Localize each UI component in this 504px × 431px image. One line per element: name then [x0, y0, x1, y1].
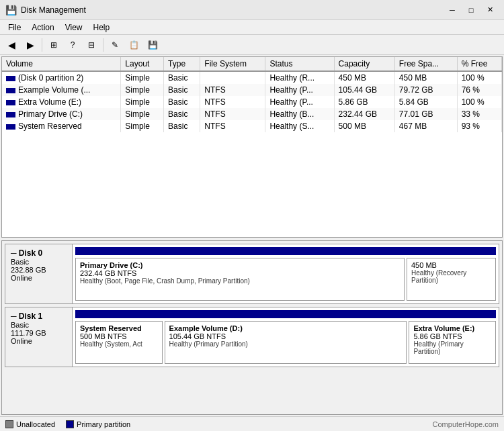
disk-type: Basic [11, 258, 67, 266]
cell-freespace: 79.72 GB [394, 84, 457, 96]
cell-capacity: 450 MB [334, 71, 394, 84]
cell-layout: Simple [121, 84, 164, 96]
cell-type: Basic [164, 108, 200, 120]
partition-status: Healthy (Boot, Page File, Crash Dump, Pr… [80, 277, 400, 285]
back-button[interactable]: ◀ [3, 37, 20, 53]
disk-name: ─ Disk 1 [11, 312, 67, 321]
disk-partition-0-1[interactable]: 450 MB Healthy (Recovery Partition) [407, 258, 496, 301]
partition-name: System Reserved [80, 324, 158, 332]
cell-volume: Primary Drive (C:) [2, 108, 121, 120]
disk-bar-0 [75, 247, 496, 255]
menu-help[interactable]: Help [88, 21, 116, 34]
partition-size: 232.44 GB NTFS [80, 269, 400, 277]
disk-partitions-1: System Reserved 500 MB NTFS Healthy (Sys… [73, 307, 499, 367]
toolbar: ◀ ▶ ⊞ ? ⊟ ✎ 📋 💾 [0, 35, 504, 55]
table-row[interactable]: Example Volume (... Simple Basic NTFS He… [2, 84, 502, 96]
col-filesystem: File System [200, 57, 265, 71]
table-row[interactable]: Primary Drive (C:) Simple Basic NTFS Hea… [2, 108, 502, 120]
col-layout: Layout [121, 57, 164, 71]
cell-freespace: 77.01 GB [394, 108, 457, 120]
toolbar-btn-4[interactable]: ✎ [106, 37, 124, 53]
disk-status: Online [11, 274, 67, 282]
disk-size: 111.79 GB [11, 329, 67, 337]
disk-parts-row-1: System Reserved 500 MB NTFS Healthy (Sys… [75, 321, 496, 364]
toolbar-btn-3[interactable]: ⊟ [83, 37, 100, 53]
cell-status: Healthy (B... [265, 108, 334, 120]
menu-bar: File Action View Help [0, 20, 504, 35]
partition-size: 5.86 GB NTFS [413, 332, 491, 340]
disk-row-0: ─ Disk 0 Basic 232.88 GB Online Primary … [5, 244, 499, 304]
maximize-button[interactable]: □ [462, 3, 480, 17]
cell-capacity: 232.44 GB [334, 108, 394, 120]
disk-parts-row-0: Primary Drive (C:) 232.44 GB NTFS Health… [75, 258, 496, 301]
disk-type: Basic [11, 321, 67, 329]
main-area: Volume Layout Type File System Status Ca… [0, 55, 504, 416]
forward-button[interactable]: ▶ [22, 37, 39, 53]
cell-volume: (Disk 0 partition 2) [2, 71, 121, 84]
cell-type: Basic [164, 84, 200, 96]
disk-partition-1-0[interactable]: System Reserved 500 MB NTFS Healthy (Sys… [75, 321, 163, 364]
table-header-row: Volume Layout Type File System Status Ca… [2, 57, 502, 71]
cell-freespace: 450 MB [394, 71, 457, 84]
partition-name: Example Volume (D:) [169, 324, 403, 332]
toolbar-btn-5[interactable]: 📋 [125, 37, 142, 53]
cell-layout: Simple [121, 120, 164, 132]
col-status: Status [265, 57, 334, 71]
col-volume: Volume [2, 57, 121, 71]
cell-volume: System Reserved [2, 120, 121, 132]
disk-section: ─ Disk 0 Basic 232.88 GB Online Primary … [1, 240, 503, 415]
properties-button[interactable]: ⊞ [45, 37, 62, 53]
disk-status: Online [11, 337, 67, 345]
volume-table-section: Volume Layout Type File System Status Ca… [1, 56, 503, 238]
disk-row-1: ─ Disk 1 Basic 111.79 GB Online System R… [5, 307, 499, 367]
status-right: ComputerHope.com [433, 420, 499, 428]
cell-layout: Simple [121, 108, 164, 120]
cell-freespace: 5.84 GB [394, 96, 457, 108]
cell-filesystem: NTFS [200, 108, 265, 120]
cell-pctfree: 76 % [457, 84, 501, 96]
disk-partition-1-2[interactable]: Extra Volume (E:) 5.86 GB NTFS Healthy (… [409, 321, 496, 364]
cell-type: Basic [164, 96, 200, 108]
cell-type: Basic [164, 120, 200, 132]
partition-size: 450 MB [411, 261, 491, 269]
cell-pctfree: 100 % [457, 71, 501, 84]
cell-type: Basic [164, 71, 200, 84]
cell-layout: Simple [121, 71, 164, 84]
menu-file[interactable]: File [3, 21, 26, 34]
legend-unallocated: Unallocated [5, 420, 55, 428]
menu-view[interactable]: View [60, 21, 88, 34]
legend-primary: Primary partition [66, 420, 130, 428]
partition-size: 105.44 GB NTFS [169, 332, 403, 340]
cell-filesystem [200, 71, 265, 84]
cell-filesystem: NTFS [200, 96, 265, 108]
toolbar-sep-2 [103, 38, 103, 52]
cell-volume: Example Volume (... [2, 84, 121, 96]
minimize-button[interactable]: ─ [444, 3, 461, 17]
disk-partitions-0: Primary Drive (C:) 232.44 GB NTFS Health… [73, 244, 499, 303]
table-row[interactable]: Extra Volume (E:) Simple Basic NTFS Heal… [2, 96, 502, 108]
table-row[interactable]: (Disk 0 partition 2) Simple Basic Health… [2, 71, 502, 84]
table-row[interactable]: System Reserved Simple Basic NTFS Health… [2, 120, 502, 132]
cell-capacity: 5.86 GB [334, 96, 394, 108]
title-bar: 💾 Disk Management ─ □ ✕ [0, 0, 504, 20]
partition-status: Healthy (System, Act [80, 340, 158, 348]
disk-partition-1-1[interactable]: Example Volume (D:) 105.44 GB NTFS Healt… [165, 321, 407, 364]
partition-status: Healthy (Primary Partition) [169, 340, 403, 348]
legend-unallocated-box [5, 420, 13, 428]
partition-size: 500 MB NTFS [80, 332, 158, 340]
partition-name: Extra Volume (E:) [413, 324, 491, 332]
cell-pctfree: 33 % [457, 108, 501, 120]
menu-action[interactable]: Action [26, 21, 59, 34]
window-icon: 💾 [5, 5, 17, 15]
cell-filesystem: NTFS [200, 120, 265, 132]
window-title: Disk Management [21, 5, 444, 15]
toolbar-btn-6[interactable]: 💾 [144, 37, 161, 53]
col-pctfree: % Free [457, 57, 501, 71]
close-button[interactable]: ✕ [481, 3, 499, 17]
toolbar-sep-1 [42, 38, 42, 52]
disk-name: ─ Disk 0 [11, 248, 67, 258]
help-button[interactable]: ? [64, 37, 81, 53]
col-type: Type [164, 57, 200, 71]
disk-partition-0-0[interactable]: Primary Drive (C:) 232.44 GB NTFS Health… [75, 258, 405, 301]
window-controls: ─ □ ✕ [444, 3, 499, 17]
